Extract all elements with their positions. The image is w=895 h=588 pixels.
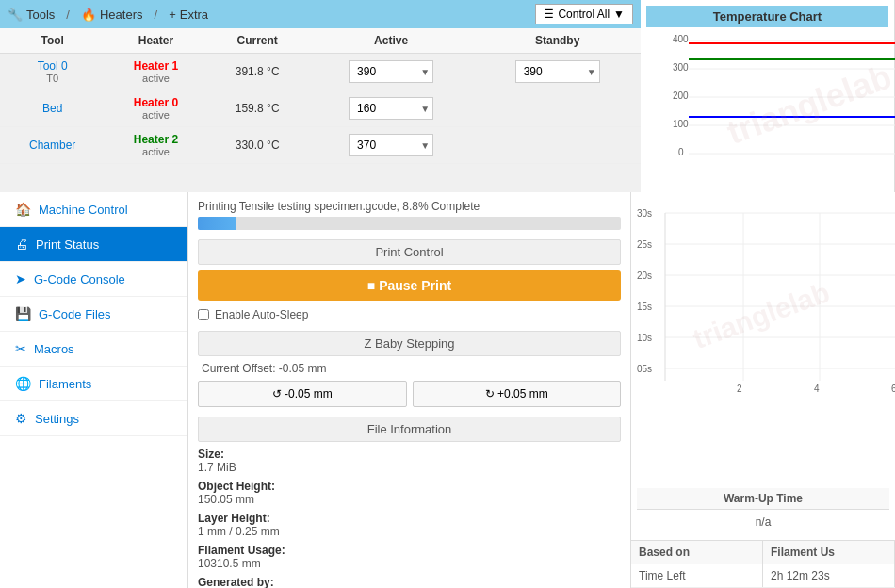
active-select-wrapper: 370▼ xyxy=(349,134,433,156)
sidebar-item-print-status[interactable]: 🖨 Print Status xyxy=(0,227,187,262)
heater-cell: Heater 0active xyxy=(105,90,206,127)
sidebar-item-label: Filaments xyxy=(39,377,91,391)
layer-height-label: Layer Height: xyxy=(198,512,621,525)
heater-cell: Heater 2active xyxy=(105,127,206,164)
z-baby-header: Z Baby Stepping xyxy=(198,331,621,356)
chart-title: Temperature Chart xyxy=(646,6,888,27)
tool-link[interactable]: Bed xyxy=(42,102,62,115)
svg-text:6: 6 xyxy=(891,384,895,394)
active-cell: 160▼ xyxy=(308,90,475,127)
svg-text:4: 4 xyxy=(814,384,820,394)
heater-status: active xyxy=(114,73,197,84)
sidebar-item-gcode-console[interactable]: ➤ G-Code Console xyxy=(0,262,187,297)
z-buttons: ↺ -0.05 mm ↻ +0.05 mm xyxy=(198,381,621,407)
print-time-panel: 30s 25s 20s 15s 10s 05s xyxy=(631,192,895,588)
based-on-header: Based on Filament Us xyxy=(631,541,895,564)
filament-usage-value: 10310.5 mm xyxy=(198,557,261,570)
warmup-title: Warm-Up Time xyxy=(637,488,889,510)
standby-cell xyxy=(474,90,641,127)
time-chart-area: 30s 25s 20s 15s 10s 05s xyxy=(631,192,895,482)
warmup-value: n/a xyxy=(637,510,889,534)
sidebar-item-gcode-files[interactable]: 💾 G-Code Files xyxy=(0,297,187,332)
file-info: Size: 1.7 MiB Object Height: 150.05 mm L… xyxy=(198,448,621,588)
control-all-button[interactable]: ☰ Control All ▼ xyxy=(535,4,633,24)
active-select[interactable]: 160 xyxy=(349,97,433,120)
standby-cell xyxy=(474,127,641,164)
z-offset-label: Current Offset: -0.05 mm xyxy=(198,362,621,375)
table-row: BedHeater 0active159.8 °C160▼ xyxy=(0,90,641,127)
tool-cell: Tool 0T0 xyxy=(0,54,105,90)
table-row: Tool 0T0Heater 1active391.8 °C390▼390▼ xyxy=(0,54,641,90)
active-select-wrapper: 160▼ xyxy=(349,97,433,120)
svg-text:trianglelab: trianglelab xyxy=(722,57,895,152)
print-area: Printing Tensile testing specimen.gcode,… xyxy=(188,192,631,588)
sidebar-item-filaments[interactable]: 🌐 Filaments xyxy=(0,367,187,401)
table-row: ChamberHeater 2active330.0 °C370▼ xyxy=(0,127,641,164)
active-select[interactable]: 390 xyxy=(349,60,433,83)
temperature-chart: 400 300 200 100 0 trianglelab xyxy=(646,31,895,187)
size-value: 1.7 MiB xyxy=(198,461,236,474)
tools-tab[interactable]: 🔧 Tools xyxy=(8,8,55,22)
based-on-filament-time: 2h 12m 23s xyxy=(763,564,895,587)
based-on-col1-header: Based on xyxy=(631,541,763,564)
active-cell: 390▼ xyxy=(308,54,475,90)
col-active: Active xyxy=(308,28,475,54)
extra-tab[interactable]: + Extra xyxy=(169,8,208,22)
filament-usage-label: Filament Usage: xyxy=(198,544,621,557)
col-heater: Heater xyxy=(105,28,206,54)
based-on-col2-header: Filament Us xyxy=(763,541,895,564)
z-plus-button[interactable]: ↻ +0.05 mm xyxy=(413,381,622,407)
z-minus-button[interactable]: ↺ -0.05 mm xyxy=(198,381,407,407)
svg-text:100: 100 xyxy=(673,119,689,129)
tool-sub: T0 xyxy=(9,73,95,84)
tool-link[interactable]: Chamber xyxy=(29,139,75,152)
current-temp: 159.8 °C xyxy=(207,90,308,127)
based-on-table: Based on Filament Us Time Left 2h 12m 23… xyxy=(631,540,895,588)
console-icon: ➤ xyxy=(15,271,26,286)
extra-label: Extra xyxy=(180,8,208,22)
sidebar-item-label: G-Code Console xyxy=(34,272,125,286)
object-height-label: Object Height: xyxy=(198,480,621,493)
sidebar-item-label: Print Status xyxy=(36,237,99,252)
chevron-down-icon: ▼ xyxy=(613,8,625,21)
pause-print-button[interactable]: ■ Pause Print xyxy=(198,270,621,301)
heaters-tab[interactable]: 🔥 Heaters xyxy=(81,8,143,22)
svg-text:25s: 25s xyxy=(637,239,652,250)
col-current: Current xyxy=(207,28,308,54)
svg-text:10s: 10s xyxy=(637,333,652,343)
svg-text:05s: 05s xyxy=(637,364,652,374)
active-select-wrapper: 390▼ xyxy=(349,60,433,83)
sidebar-item-machine-control[interactable]: 🏠 Machine Control xyxy=(0,192,187,227)
current-temp: 391.8 °C xyxy=(207,54,308,90)
sidebar-item-macros[interactable]: ✂ Macros xyxy=(0,332,187,367)
settings-icon: ⚙ xyxy=(15,411,27,426)
heater-status: active xyxy=(114,109,197,121)
svg-text:300: 300 xyxy=(673,62,689,73)
svg-text:30s: 30s xyxy=(637,208,652,219)
extra-icon: + xyxy=(169,8,176,22)
files-icon: 💾 xyxy=(15,306,31,321)
filaments-icon: 🌐 xyxy=(15,376,31,391)
auto-sleep-checkbox[interactable] xyxy=(198,309,209,320)
current-temp: 330.0 °C xyxy=(207,127,308,164)
active-select[interactable]: 370 xyxy=(349,134,433,156)
tool-cell: Chamber xyxy=(0,127,105,164)
progress-bar-container xyxy=(198,217,621,230)
auto-sleep-row: Enable Auto-Sleep xyxy=(198,308,621,321)
sidebar-item-label: Settings xyxy=(35,412,79,426)
col-standby: Standby xyxy=(474,28,641,54)
tools-label: Tools xyxy=(26,8,55,22)
menu-icon: ☰ xyxy=(544,8,554,21)
file-info-header: File Information xyxy=(198,416,621,442)
heater-cell: Heater 1active xyxy=(105,54,206,90)
tools-top-bar: 🔧 Tools / 🔥 Heaters / + Extra ☰ xyxy=(0,0,641,28)
standby-select[interactable]: 390 xyxy=(515,60,600,83)
print-control-header: Print Control xyxy=(198,239,621,265)
col-tool: Tool xyxy=(0,28,105,54)
z-baby-section: Z Baby Stepping Current Offset: -0.05 mm… xyxy=(198,331,621,407)
tool-cell: Bed xyxy=(0,90,105,127)
based-on-row: Time Left 2h 12m 23s xyxy=(631,564,895,588)
sidebar-item-settings[interactable]: ⚙ Settings xyxy=(0,401,187,436)
sidebar-item-label: Machine Control xyxy=(39,203,128,217)
tool-link[interactable]: Tool 0 xyxy=(38,59,68,73)
